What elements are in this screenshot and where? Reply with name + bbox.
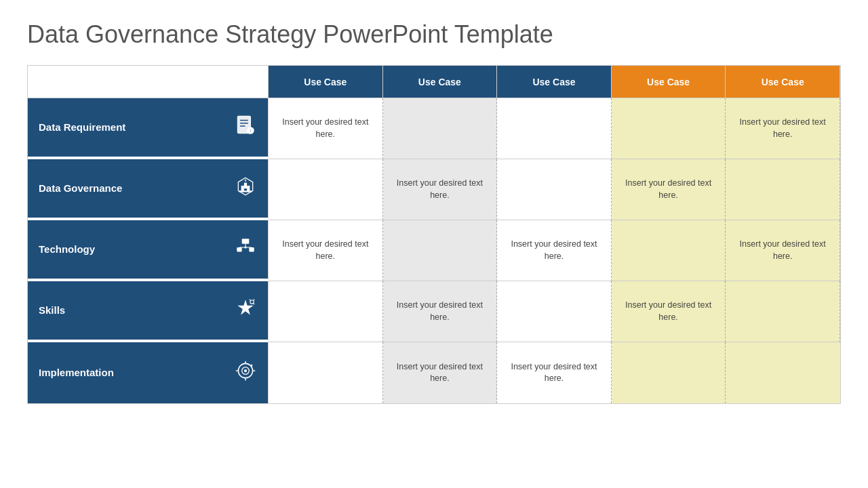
cell-r1-c5[interactable]: Insert your desired text here.	[726, 98, 840, 159]
svg-text:↑: ↑	[250, 127, 252, 132]
svg-line-22	[253, 299, 254, 300]
cell-r2-c4[interactable]: Insert your desired text here.	[612, 159, 726, 220]
svg-marker-20	[237, 300, 253, 314]
skills-icon	[234, 297, 257, 325]
cell-r1-c1[interactable]: Insert your desired text here.	[269, 98, 383, 159]
header-col1-label: Use Case	[304, 77, 347, 87]
row-label-technology: Technology	[28, 220, 269, 281]
cell-r3-c5-text: Insert your desired text here.	[731, 239, 834, 262]
cell-r1-c4[interactable]	[612, 98, 726, 159]
cell-r3-c1[interactable]: Insert your desired text here.	[269, 220, 383, 281]
data-req-icon: ↑	[234, 114, 257, 142]
svg-rect-9	[247, 185, 250, 191]
cell-r2-c3[interactable]	[497, 159, 612, 220]
svg-rect-14	[237, 247, 241, 251]
row-label-text-data-governance: Data Governance	[39, 182, 122, 195]
svg-point-27	[244, 369, 247, 371]
row-label-text-implementation: Implementation	[39, 366, 114, 380]
cell-r5-c4[interactable]	[612, 342, 726, 403]
cell-r3-c1-text: Insert your desired text here.	[274, 239, 377, 262]
cell-r1-c1-text: Insert your desired text here.	[274, 117, 377, 140]
cell-r3-c2[interactable]	[383, 220, 498, 281]
cell-r4-c4-text: Insert your desired text here.	[617, 300, 720, 323]
cell-r5-c2[interactable]: Insert your desired text here.	[383, 342, 498, 403]
cell-r2-c2-text: Insert your desired text here.	[389, 178, 492, 201]
cell-r4-c4[interactable]: Insert your desired text here.	[612, 281, 726, 342]
svg-point-19	[244, 246, 246, 248]
svg-rect-13	[242, 239, 250, 243]
page-title: Data Governance Strategy PowerPoint Temp…	[27, 20, 841, 49]
cell-r1-c5-text: Insert your desired text here.	[731, 117, 834, 140]
cell-r3-c3-text: Insert your desired text here.	[502, 239, 606, 262]
governance-icon	[234, 175, 257, 203]
header-col2: Use Case	[383, 66, 498, 98]
cell-r5-c3[interactable]: Insert your desired text here.	[497, 342, 612, 403]
svg-rect-15	[249, 247, 254, 251]
header-col4: Use Case	[612, 66, 726, 98]
cell-r2-c4-text: Insert your desired text here.	[617, 178, 720, 201]
row-label-data-requirement: Data Requirement ↑	[28, 98, 269, 159]
cell-r1-c2[interactable]	[383, 98, 498, 159]
row-label-implementation: Implementation	[28, 342, 269, 403]
header-col3-label: Use Case	[532, 77, 575, 87]
cell-r5-c5[interactable]	[726, 342, 840, 403]
svg-marker-12	[245, 178, 246, 181]
header-col3: Use Case	[497, 66, 612, 98]
header-col2-label: Use Case	[418, 77, 461, 87]
header-col5: Use Case	[726, 66, 840, 98]
svg-line-23	[253, 303, 254, 304]
cell-r2-c1[interactable]	[269, 159, 383, 220]
cell-r3-c4[interactable]	[612, 220, 726, 281]
header-col1: Use Case	[269, 66, 383, 98]
svg-rect-10	[244, 182, 247, 188]
cell-r5-c1[interactable]	[269, 342, 383, 403]
impl-icon	[234, 359, 257, 387]
cell-r2-c2[interactable]: Insert your desired text here.	[383, 159, 498, 220]
cell-r4-c3[interactable]	[497, 281, 612, 342]
svg-line-24	[250, 299, 251, 300]
cell-r5-c2-text: Insert your desired text here.	[389, 361, 492, 385]
cell-r4-c2-text: Insert your desired text here.	[389, 300, 492, 323]
svg-rect-11	[239, 190, 252, 192]
svg-rect-8	[241, 185, 244, 191]
cell-r2-c5[interactable]	[726, 159, 840, 220]
row-label-text-skills: Skills	[39, 304, 65, 317]
cell-r4-c1[interactable]	[269, 281, 383, 342]
main-grid: Use Case Use Case Use Case Use Case Use …	[27, 65, 841, 404]
tech-icon	[234, 236, 257, 264]
cell-r4-c5[interactable]	[726, 281, 840, 342]
cell-r3-c5[interactable]: Insert your desired text here.	[726, 220, 840, 281]
cell-r1-c3[interactable]	[497, 98, 612, 159]
cell-r4-c2[interactable]: Insert your desired text here.	[383, 281, 498, 342]
row-label-text-technology: Technology	[39, 243, 95, 256]
row-label-data-governance: Data Governance	[28, 159, 269, 220]
row-label-skills: Skills	[28, 281, 269, 342]
cell-r5-c3-text: Insert your desired text here.	[502, 361, 606, 385]
row-label-text-data-requirement: Data Requirement	[39, 121, 125, 134]
cell-r3-c3[interactable]: Insert your desired text here.	[497, 220, 612, 281]
header-empty-cell	[28, 66, 269, 98]
header-col5-label: Use Case	[762, 77, 804, 87]
header-col4-label: Use Case	[647, 77, 690, 87]
